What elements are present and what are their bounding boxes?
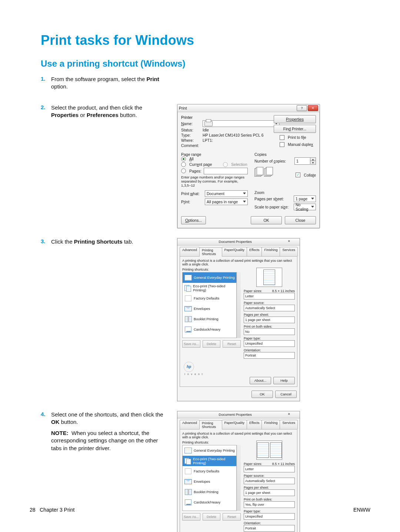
about-button[interactable]: About...: [250, 377, 271, 384]
chevron-down-icon: [311, 206, 314, 208]
print-what-combo[interactable]: Document: [205, 190, 248, 197]
shortcut-item-general[interactable]: General Everyday Printing: [183, 272, 236, 283]
save-as-button[interactable]: Save As...: [182, 340, 200, 348]
tab-printing-shortcuts[interactable]: Printing Shortcuts: [199, 420, 222, 429]
step-number: 4.: [41, 411, 51, 417]
close-window-button[interactable]: ✕: [308, 105, 318, 111]
close-window-button[interactable]: ✕: [288, 412, 298, 417]
print-range-combo[interactable]: All pages in range: [205, 198, 248, 205]
print-range-label: Print:: [181, 200, 203, 204]
shortcut-item-booklet[interactable]: Booklet Printing: [183, 314, 236, 324]
paper-size-combo[interactable]: Letter: [244, 293, 295, 300]
shortcut-item-envelopes[interactable]: Envelopes: [183, 476, 236, 487]
tab-advanced[interactable]: Advanced: [180, 247, 200, 256]
both-sides-label: Print on both sides:: [244, 498, 272, 501]
paper-sizes-dim: 8.5 × 11 inches: [272, 462, 295, 466]
delete-button[interactable]: Delete: [203, 340, 221, 348]
reset-button[interactable]: Reset: [223, 513, 241, 521]
paper-size-combo[interactable]: Letter: [244, 466, 295, 472]
paper-source-combo[interactable]: Automatically Select: [244, 305, 295, 311]
help-window-button[interactable]: ?: [297, 105, 307, 111]
tab-paper-quality[interactable]: Paper/Quality: [222, 247, 247, 256]
tab-paper-quality[interactable]: Paper/Quality: [222, 420, 247, 429]
paper-type-combo[interactable]: Unspecified: [244, 340, 295, 347]
name-label: Name:: [181, 121, 200, 126]
tab-services[interactable]: Services: [280, 420, 298, 429]
help-button[interactable]: Help: [273, 377, 295, 384]
ok-button[interactable]: OK: [251, 216, 282, 224]
shortcut-item-factory[interactable]: Factory Defaults: [183, 466, 236, 476]
page-icon: [184, 447, 192, 454]
scrollbar[interactable]: [237, 445, 241, 511]
shortcuts-listbox[interactable]: General Everyday Printing Eco-print (Two…: [182, 272, 237, 338]
section-title: Use a printing shortcut (Windows): [41, 58, 370, 69]
preview-icon: [256, 268, 282, 287]
chevron-down-icon: [243, 193, 246, 194]
properties-button[interactable]: Properties: [274, 115, 316, 123]
shortcut-item-general[interactable]: General Everyday Printing: [183, 445, 236, 456]
shortcuts-listbox[interactable]: General Everyday Printing Eco-print (Two…: [182, 445, 237, 511]
shortcut-item-envelopes[interactable]: Envelopes: [183, 304, 236, 314]
tab-effects[interactable]: Effects: [247, 247, 262, 256]
pages-radio[interactable]: [181, 168, 186, 173]
chevron-down-icon: [311, 198, 314, 200]
close-window-button[interactable]: ✕: [288, 240, 298, 244]
collate-checkbox[interactable]: ✓: [296, 173, 300, 177]
page-footer-right: ENWW: [353, 507, 370, 513]
manual-duplex-checkbox[interactable]: [280, 142, 284, 147]
document-properties-dialog: Document Properties ✕ Advanced Printing …: [177, 411, 300, 532]
options-button[interactable]: Options...: [181, 216, 206, 224]
booklet-icon: [184, 315, 192, 323]
find-printer-button[interactable]: Find Printer...: [274, 125, 316, 133]
close-button[interactable]: Close: [285, 216, 316, 224]
paper-source-label: Paper source:: [244, 474, 264, 478]
orientation-combo[interactable]: Portrait: [244, 525, 295, 532]
shortcut-item-eco[interactable]: Eco-print (Two-sided Printing): [183, 456, 236, 466]
hp-tagline: I n v e n t: [184, 373, 295, 375]
scale-combo[interactable]: No Scaling: [294, 204, 316, 210]
pages-input[interactable]: [204, 168, 248, 174]
copies-spinner[interactable]: 1 ▲▼: [294, 157, 316, 165]
pages-hint: Enter page numbers and/or page ranges se…: [181, 175, 248, 187]
pps-combo[interactable]: 1 page: [294, 195, 316, 202]
orientation-combo[interactable]: Portrait: [244, 352, 295, 359]
reset-button[interactable]: Reset: [223, 340, 241, 348]
shortcut-item-cardstock[interactable]: Cardstock/Heavy: [183, 324, 236, 335]
pps-label: Pages per sheet:: [254, 197, 291, 201]
tab-advanced[interactable]: Advanced: [180, 420, 200, 429]
shortcut-item-factory[interactable]: Factory Defaults: [183, 293, 236, 304]
tab-finishing[interactable]: Finishing: [261, 420, 280, 429]
status-label: Status:: [181, 128, 200, 132]
ok-button[interactable]: OK: [251, 391, 273, 398]
pages-per-sheet-combo[interactable]: 1 page per sheet: [244, 317, 295, 323]
paper-source-label: Paper source:: [244, 301, 264, 305]
shortcut-item-booklet[interactable]: Booklet Printing: [183, 487, 236, 497]
envelope-icon: [184, 478, 192, 485]
printer-name-combo[interactable]: [203, 120, 280, 127]
factory-icon: [184, 468, 192, 475]
where-value: LPT1:: [203, 138, 213, 143]
selection-radio[interactable]: [223, 162, 228, 167]
both-sides-combo[interactable]: No: [244, 328, 295, 335]
shortcut-item-eco[interactable]: Eco-print (Two-sided Printing): [183, 283, 236, 293]
save-as-button[interactable]: Save As...: [182, 513, 200, 521]
tab-effects[interactable]: Effects: [247, 420, 262, 429]
all-radio[interactable]: [181, 157, 186, 161]
delete-button[interactable]: Delete: [203, 513, 221, 521]
step-number: 1.: [41, 76, 51, 82]
scrollbar[interactable]: [237, 272, 241, 338]
pages-per-sheet-combo[interactable]: 1 page per sheet: [244, 489, 295, 496]
paper-type-combo[interactable]: Unspecified: [244, 513, 295, 520]
cancel-button[interactable]: Cancel: [275, 391, 297, 398]
print-to-file-checkbox[interactable]: [280, 135, 284, 140]
both-sides-label: Print on both sides:: [244, 325, 272, 328]
tab-finishing[interactable]: Finishing: [261, 247, 280, 256]
tab-services[interactable]: Services: [280, 247, 298, 256]
current-page-radio[interactable]: [181, 162, 186, 167]
printer-icon: [204, 121, 213, 126]
tab-printing-shortcuts[interactable]: Printing Shortcuts: [199, 247, 222, 257]
shortcuts-list-label: Printing shortcuts:: [182, 268, 241, 271]
shortcut-item-cardstock[interactable]: Cardstock/Heavy: [183, 497, 236, 508]
preview-icon: [256, 441, 282, 460]
paper-source-combo[interactable]: Automatically Select: [244, 478, 295, 484]
